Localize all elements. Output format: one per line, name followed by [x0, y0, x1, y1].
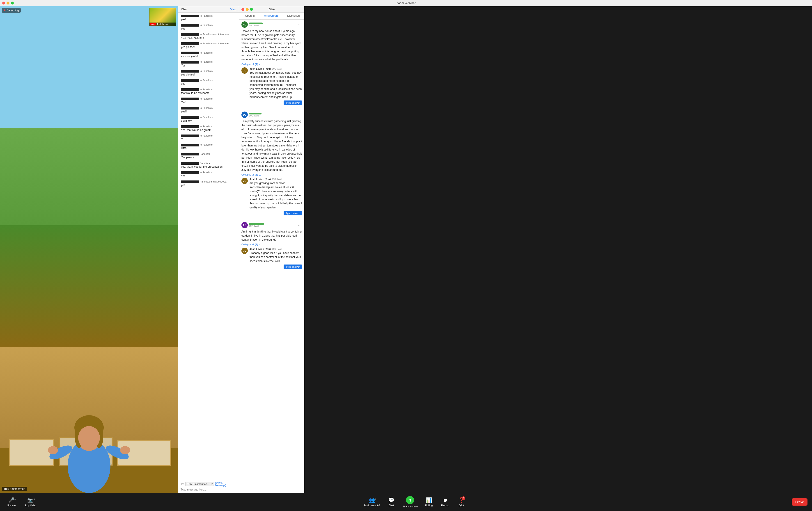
chat-view-button[interactable]: View — [230, 8, 236, 11]
qa-collapse-arrow: ▲ — [259, 63, 261, 66]
chat-message: to Panelists: yes!!! — [181, 107, 236, 114]
qa-question-nd: ND 09:13 AM ⋯ I moved to my new house ab… — [241, 22, 302, 108]
qa-user-info: 09:18 AM — [249, 113, 296, 117]
redacted-name — [181, 116, 199, 119]
qa-collapse-button[interactable]: Collapse all (1) ▲ — [241, 173, 302, 176]
chat-more-button[interactable]: ⋯ — [233, 482, 236, 486]
redacted-name — [181, 125, 199, 128]
qa-answer: JL Josh Levine (You) 09:16 AM troy will … — [241, 67, 302, 105]
qa-answerer-avatar: JL — [241, 248, 248, 254]
redacted-name — [181, 33, 199, 36]
chat-message: to Panelists: yes please! — [181, 70, 236, 77]
qa-answerer-name: Josh Levine (You) — [250, 248, 271, 250]
polling-button[interactable]: 📊 Polling — [422, 497, 436, 508]
qa-answer-header: Josh Levine (You) 09:21 AM — [250, 248, 302, 250]
chat-text: definitely! — [181, 119, 236, 123]
qa-collapse-button[interactable]: Collapse all (1) ▲ — [241, 243, 302, 246]
qa-button[interactable]: ❓ 5 Q&A — [455, 497, 468, 508]
bottom-toolbar: 🎤 ▲ Unmute 📷 ▲ Stop Video 👥 ▲ Participan… — [0, 493, 812, 511]
chat-from: to Panelists: — [181, 171, 236, 174]
minimize-button[interactable] — [6, 2, 9, 4]
qa-maximize-button[interactable] — [250, 8, 253, 11]
pip-label: LIVE Josh Levine — [149, 23, 176, 26]
chat-from: to Panelists: — [181, 97, 236, 100]
qa-question-header: DJ 09:18 AM ⋯ — [241, 112, 302, 118]
chat-icon: 💬 — [388, 497, 394, 503]
redacted-name — [181, 162, 199, 165]
qa-answer-time: 09:20 AM — [272, 178, 282, 180]
qa-minimize-button[interactable] — [246, 8, 249, 11]
chat-panel-title: Chat — [181, 8, 187, 11]
speaker-name-badge: Troy Smothermon — [2, 487, 27, 491]
qa-type-answer-button-2[interactable]: Type answer — [284, 211, 302, 215]
panels-area: Chat View to Panelists: yes! to Panelist… — [178, 6, 812, 493]
qa-answer-time: 09:16 AM — [272, 68, 282, 70]
qa-close-button[interactable] — [241, 8, 244, 11]
leave-button[interactable]: Leave — [792, 499, 808, 506]
qa-question-header: AG 09:19 AM ⋯ — [241, 222, 302, 228]
chat-message-input[interactable] — [180, 487, 236, 492]
chat-text: yes!!! — [181, 110, 236, 114]
redacted-name — [181, 61, 199, 63]
qa-more-button[interactable]: ⋯ — [297, 223, 302, 227]
share-screen-button[interactable]: ⬆ Share Screen — [401, 495, 419, 509]
chat-text: Yes! — [181, 100, 236, 104]
chat-text: that would be awesome! — [181, 91, 236, 95]
chat-text: Yes — [181, 64, 236, 68]
qa-more-button[interactable]: ⋯ — [297, 23, 302, 27]
tab-answered[interactable]: Answered(8) — [261, 12, 283, 19]
participants-button[interactable]: 👥 ▲ Participants 88 — [362, 497, 382, 508]
chat-text: UES! — [181, 147, 236, 151]
pip-video: LIVE Josh Levine — [149, 8, 176, 26]
pip-name: Josh Levine — [157, 23, 169, 26]
qa-user-info: 09:13 AM — [249, 23, 296, 27]
chat-text: YES! — [181, 138, 236, 141]
qa-user-info: 09:19 AM — [249, 223, 296, 227]
participants-arrow: ▲ — [375, 498, 377, 500]
share-screen-icon: ⬆ — [406, 496, 414, 504]
qa-more-button[interactable]: ⋯ — [297, 113, 302, 117]
chat-from: to Panelists: — [181, 60, 236, 63]
tab-dismissed[interactable]: Dismissed — [283, 12, 304, 19]
qa-answer: JL Josh Levine (You) 09:21 AM Probably a… — [241, 248, 302, 269]
qa-icon: ❓ 5 — [458, 497, 464, 503]
chat-message: to Panelists and Attendees: yes please! — [181, 42, 236, 49]
redacted-name — [181, 70, 199, 72]
chat-message: Panelists: yes, thank you for the presen… — [181, 162, 236, 169]
chat-from: to Panelists and Attendees: — [181, 42, 236, 45]
qa-collapse-button[interactable]: Collapse all (1) ▲ — [241, 63, 302, 66]
chat-from: to Panelists: — [181, 51, 236, 54]
qa-question-time: 09:13 AM — [249, 24, 296, 27]
chat-from: to Panelists and Attendees: — [181, 33, 236, 36]
qa-question-text: Am I right in thinking that I would want… — [241, 230, 302, 242]
qa-collapse-label: Collapse all (1) — [241, 243, 258, 246]
chat-text: yes, thank you for the presentation! — [181, 165, 236, 169]
chat-recipient-select[interactable]: Troy Smothermon... — [185, 482, 214, 486]
redacted-name — [181, 79, 199, 82]
chat-text: YES YES YES!!!!!!! — [181, 36, 236, 40]
maximize-button[interactable] — [11, 2, 14, 4]
stop-video-button[interactable]: 📷 ▲ Stop Video — [23, 497, 38, 508]
record-button[interactable]: ⏺ Record — [438, 497, 452, 508]
qa-answer-content: Josh Levine (You) 09:20 AM are you growi… — [250, 178, 302, 215]
chat-message: to Panelists and Attendees: YES YES YES!… — [181, 33, 236, 40]
qa-type-answer-button-3[interactable]: Type answer — [284, 265, 302, 269]
qa-tabs: Open(5) Answered(8) Dismissed — [239, 12, 304, 20]
unmute-button[interactable]: 🎤 ▲ Unmute — [4, 497, 18, 508]
camera-icon: 📷 ▲ — [27, 497, 33, 503]
chat-message: to Panelists: yes — [181, 24, 236, 31]
qa-answer-content: Josh Levine (You) 09:16 AM troy will tal… — [250, 67, 302, 105]
record-label: Record — [441, 504, 449, 507]
chat-from: Panelists: — [181, 153, 236, 155]
qa-upvote-bar — [249, 223, 264, 225]
tab-open[interactable]: Open(5) — [239, 12, 261, 19]
qa-answer-header: Josh Levine (You) 09:20 AM — [250, 178, 302, 180]
chat-to-row: To: Troy Smothermon... (Direct Message) … — [180, 481, 236, 487]
close-button[interactable] — [2, 2, 5, 4]
qa-avatar-dj: DJ — [241, 112, 248, 118]
chat-button[interactable]: 💬 Chat — [384, 497, 398, 508]
qa-answerer-name: Josh Levine (You) — [250, 67, 271, 70]
redacted-name — [181, 144, 199, 146]
chat-text: yes — [181, 82, 236, 86]
qa-type-answer-button-1[interactable]: Type answer — [284, 100, 302, 105]
